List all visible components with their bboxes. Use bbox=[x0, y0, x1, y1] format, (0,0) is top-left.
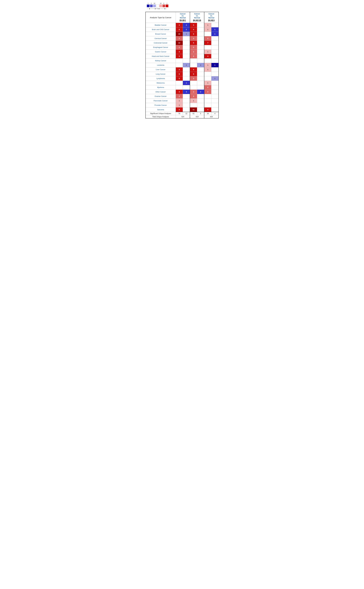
footer-significant-cell: 61 bbox=[190, 112, 197, 115]
data-cell bbox=[211, 36, 219, 41]
header-bub3: Cancer vs. Normal BUB3 bbox=[204, 12, 218, 23]
data-cell bbox=[197, 98, 204, 103]
data-cell bbox=[197, 50, 204, 54]
data-cell bbox=[204, 94, 211, 98]
cancer-label: Ovarian Cancer bbox=[146, 94, 176, 98]
data-cell: 1 bbox=[204, 81, 211, 85]
data-cell bbox=[204, 98, 211, 103]
table-row: Sarcoma8114 bbox=[146, 107, 219, 112]
data-cell: 1 bbox=[204, 63, 211, 67]
data-cell bbox=[197, 23, 204, 27]
main-table: Analysis Type by Cancer Cancer vs. Norma… bbox=[145, 12, 219, 118]
data-cell bbox=[211, 90, 219, 94]
data-cell: 4 bbox=[190, 67, 197, 72]
data-cell: 2 bbox=[204, 90, 211, 94]
cancer-label: Sarcoma bbox=[146, 107, 176, 112]
data-cell: 1 bbox=[176, 103, 183, 107]
cancer-label: Melanoma bbox=[146, 81, 176, 85]
footer-significant-row: Significant Unique Analyses7812615264 bbox=[146, 112, 219, 115]
data-cell: 4 bbox=[176, 90, 183, 94]
data-cell: 2 bbox=[183, 27, 190, 32]
data-cell bbox=[183, 58, 190, 63]
table-row: Colorectal Cancer1357 bbox=[146, 41, 219, 45]
legend-square bbox=[153, 4, 156, 7]
table-row: Other Cancer44222 bbox=[146, 90, 219, 94]
legend-percent: % bbox=[156, 8, 158, 10]
data-cell: 2 bbox=[190, 54, 197, 58]
data-cell bbox=[197, 45, 204, 50]
arrow-right-icon: → bbox=[166, 8, 167, 10]
data-cell: 1 bbox=[204, 23, 211, 27]
data-cell bbox=[211, 23, 219, 27]
data-cell bbox=[190, 81, 197, 85]
footer-total-cell: 425 bbox=[204, 115, 218, 118]
data-cell: 2 bbox=[204, 36, 211, 41]
data-cell: 1 bbox=[211, 32, 219, 36]
cancer-label: Esophageal Cancer bbox=[146, 45, 176, 50]
data-cell bbox=[204, 45, 211, 50]
footer-significant-cell: 4 bbox=[211, 112, 219, 115]
data-cell bbox=[197, 27, 204, 32]
data-cell: 2 bbox=[183, 63, 190, 67]
data-cell bbox=[183, 107, 190, 112]
table-row: Breast Cancer10161 bbox=[146, 32, 219, 36]
legend-squares bbox=[147, 4, 169, 7]
data-cell: 4 bbox=[183, 90, 190, 94]
data-cell bbox=[183, 103, 190, 107]
data-cell bbox=[211, 103, 219, 107]
cancer-label: Cervical Cancer bbox=[146, 36, 176, 41]
table-row: Cervical Cancer232 bbox=[146, 36, 219, 41]
table-row: Liver Cancer441 bbox=[146, 67, 219, 72]
data-cell: 1 bbox=[211, 63, 219, 67]
table-row: Kidney Cancer bbox=[146, 58, 219, 63]
data-cell bbox=[197, 41, 204, 45]
footer-total-cell: 424 bbox=[176, 115, 190, 118]
data-cell: 3 bbox=[190, 36, 197, 41]
data-cell bbox=[183, 94, 190, 98]
footer-significant-cell: 12 bbox=[183, 112, 190, 115]
data-cell bbox=[183, 50, 190, 54]
footer-significant-cell: 26 bbox=[204, 112, 211, 115]
cancer-label: Lung Cancer bbox=[146, 72, 176, 76]
data-cell: 5 bbox=[176, 76, 183, 81]
data-cell: 1 bbox=[176, 98, 183, 103]
data-cell bbox=[211, 67, 219, 72]
legend-labels: 15101051 bbox=[147, 3, 169, 4]
data-cell: 4 bbox=[190, 27, 197, 32]
footer-significant-cell: 5 bbox=[197, 112, 204, 115]
table-row: Lung Cancer99 bbox=[146, 72, 219, 76]
data-cell: 8 bbox=[176, 107, 183, 112]
table-header-left: Analysis Type by Cancer bbox=[146, 12, 176, 23]
footer-total-row: Total Unique Analyses424419425 bbox=[146, 115, 219, 118]
data-cell bbox=[183, 85, 190, 90]
cancer-label: Head and Neck Cancer bbox=[146, 54, 176, 58]
data-cell: 3 bbox=[176, 23, 183, 27]
cancer-label: Liver Cancer bbox=[146, 67, 176, 72]
data-cell bbox=[211, 98, 219, 103]
cancer-label: Pancreatic Cancer bbox=[146, 98, 176, 103]
data-cell: 4 bbox=[176, 50, 183, 54]
cancer-label: Breast Cancer bbox=[146, 32, 176, 36]
legend-square bbox=[150, 4, 153, 7]
data-cell: 4 bbox=[176, 67, 183, 72]
data-cell bbox=[183, 45, 190, 50]
data-cell: 6 bbox=[190, 32, 197, 36]
data-cell: 5 bbox=[190, 41, 197, 45]
cancer-label: Kidney Cancer bbox=[146, 58, 176, 63]
data-cell bbox=[197, 36, 204, 41]
data-cell bbox=[190, 85, 197, 90]
arrow-left-icon: ← bbox=[147, 8, 149, 10]
data-cell bbox=[211, 81, 219, 85]
data-cell bbox=[197, 58, 204, 63]
table-row: Gastric Cancer421 bbox=[146, 50, 219, 54]
data-cell bbox=[190, 103, 197, 107]
data-cell bbox=[211, 45, 219, 50]
data-cell bbox=[211, 50, 219, 54]
footer-total-cell: 419 bbox=[190, 115, 204, 118]
legend-arrow-row: ← % → bbox=[147, 8, 168, 10]
data-cell bbox=[197, 103, 204, 107]
data-cell bbox=[183, 76, 190, 81]
data-cell bbox=[197, 54, 204, 58]
data-cell bbox=[211, 85, 219, 90]
data-cell: 5 bbox=[176, 54, 183, 58]
